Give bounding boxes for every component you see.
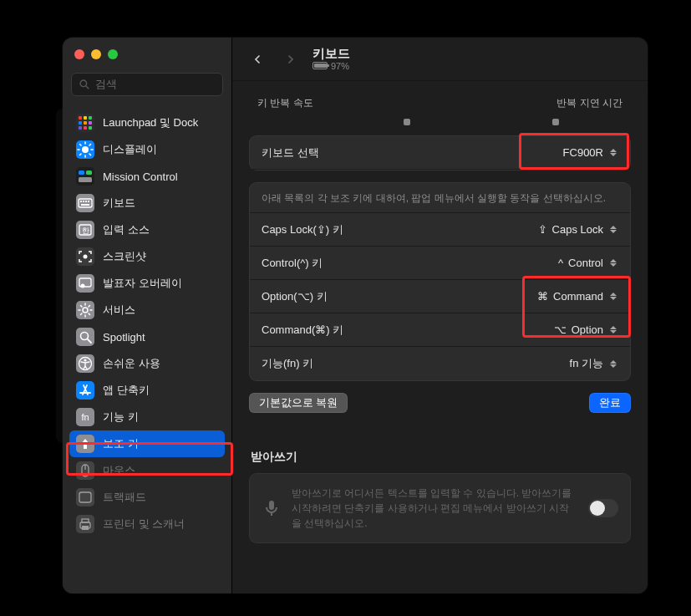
minimize-button[interactable]: [91, 49, 101, 59]
svg-rect-29: [83, 201, 84, 202]
battery-percent: 97%: [331, 61, 349, 71]
svg-rect-23: [79, 171, 84, 175]
close-button[interactable]: [74, 49, 84, 59]
sidebar-item-presenter[interactable]: 발표자 오버레이: [69, 270, 225, 297]
sidebar-item-label: Mission Control: [103, 171, 178, 183]
sidebar-item-label: Launchpad 및 Dock: [103, 115, 198, 130]
sidebar-item-spotlight[interactable]: Spotlight: [69, 323, 225, 350]
svg-rect-25: [79, 177, 92, 182]
modifier-row-popup[interactable]: ^ Control: [558, 257, 618, 269]
delay-slider-knob[interactable]: [552, 119, 559, 125]
svg-rect-8: [89, 121, 92, 125]
svg-rect-6: [79, 121, 82, 125]
modifier-row: 기능(fn) 키 fn 기능: [250, 347, 630, 380]
trackpad-icon: [76, 488, 94, 507]
up-icon: [76, 435, 94, 453]
svg-line-19: [89, 154, 91, 155]
keyboard-select-panel: 키보드 선택 FC900R: [249, 135, 631, 171]
modifier-row: Option(⌥) 키⌘ Command: [250, 280, 630, 313]
sidebar-item-accessibility[interactable]: 손쉬운 사용: [69, 350, 225, 377]
svg-line-18: [80, 145, 82, 146]
key-repeat-label: 키 반복 속도: [257, 96, 313, 110]
key-repeat-slider-knob[interactable]: [404, 119, 410, 125]
dictation-toggle[interactable]: [588, 499, 618, 517]
gear-icon: [76, 301, 94, 319]
restore-defaults-button[interactable]: 기본값으로 복원: [249, 393, 348, 413]
chevron-up-down-icon: [608, 291, 618, 303]
sidebar-item-shortcuts[interactable]: 앱 단축키: [69, 377, 225, 404]
svg-rect-4: [84, 116, 87, 120]
modifier-hint: 아래 목록의 각 보조 키에 대하여, 팝업 메뉴에서 실행할 동작을 선택하십…: [250, 183, 630, 213]
back-button[interactable]: [246, 48, 269, 71]
search-input[interactable]: 검색: [71, 73, 223, 96]
sidebar-item-label: 디스플레이: [103, 142, 157, 157]
sidebar-item-label: 발표자 오버레이: [103, 276, 182, 291]
svg-rect-31: [88, 201, 89, 202]
modifier-row-label: 기능(fn) 키: [262, 356, 313, 371]
svg-point-37: [84, 255, 88, 259]
sliders-row: [249, 117, 631, 129]
svg-rect-24: [86, 171, 92, 175]
svg-rect-11: [89, 126, 92, 130]
sidebar-item-label: 손쉬운 사용: [103, 356, 160, 371]
sidebar-item-trackpad[interactable]: 트랙패드: [69, 484, 225, 511]
modifier-value-prefix: ⌥: [554, 323, 567, 336]
accessibility-icon: [76, 354, 94, 373]
sidebar-item-label: 키보드: [103, 196, 135, 211]
presenter-icon: [76, 274, 94, 293]
keyboard-select-popup[interactable]: FC900R: [563, 146, 618, 159]
modifier-value-prefix: ⌘: [537, 290, 548, 303]
search-icon: [76, 328, 94, 346]
dictation-panel: 받아쓰기로 어디서든 텍스트를 입력할 수 있습니다. 받아쓰기를 시작하려면 …: [249, 473, 631, 543]
modifier-row: Command(⌘) 키⌥ Option: [250, 313, 630, 347]
svg-line-20: [89, 145, 91, 146]
sidebar-item-screenshot[interactable]: 스크린샷: [69, 243, 225, 270]
modifier-row-popup[interactable]: ⌥ Option: [554, 323, 618, 336]
modifier-value: Caps Lock: [552, 223, 603, 236]
modifier-row-popup[interactable]: fn 기능: [565, 356, 618, 371]
sidebar-item-keyboard[interactable]: 키보드: [69, 190, 225, 216]
modifier-row-popup[interactable]: ⇪ Caps Lock: [538, 223, 618, 236]
modifier-value: fn 기능: [570, 356, 603, 371]
sidebar-item-label: 앱 단축키: [103, 383, 150, 398]
svg-line-21: [80, 154, 82, 155]
svg-rect-10: [84, 126, 87, 130]
sidebar-item-label: 보조 키: [103, 436, 139, 451]
svg-point-0: [80, 80, 87, 87]
keyboard-select-value: FC900R: [563, 146, 603, 159]
modifier-value: Control: [568, 257, 603, 269]
svg-rect-64: [76, 461, 94, 480]
sidebar-list: Launchpad 및 Dock디스플레이Mission Control키보드한…: [63, 103, 231, 593]
sidebar-item-mission[interactable]: Mission Control: [69, 163, 225, 190]
sidebar-item-label: Spotlight: [103, 331, 145, 344]
sidebar-item-label: 마우스: [103, 463, 135, 478]
svg-point-56: [84, 359, 86, 361]
sidebar-item-modifier[interactable]: 보조 키: [69, 430, 225, 457]
svg-rect-22: [76, 167, 94, 186]
sidebar-item-mouse[interactable]: 마우스: [69, 457, 225, 484]
svg-rect-32: [81, 204, 89, 206]
sidebar-item-label: 프린터 및 스캐너: [103, 517, 185, 532]
restore-label: 기본값으로 복원: [259, 396, 338, 410]
sidebar-item-launchpad[interactable]: Launchpad 및 Dock: [69, 109, 225, 136]
delay-label: 반복 지연 시간: [556, 96, 622, 110]
sidebar-item-display[interactable]: 디스플레이: [69, 136, 225, 163]
svg-rect-51: [76, 328, 94, 346]
svg-line-49: [89, 306, 90, 308]
sun-icon: [76, 140, 94, 159]
sidebar-item-services[interactable]: 서비스: [69, 297, 225, 323]
forward-button[interactable]: [279, 48, 302, 71]
modifier-row-popup[interactable]: ⌘ Command: [537, 290, 618, 303]
main-content: 키보드 97% 키 반복 속도 반복 지연 시간 키보드 선택: [232, 38, 648, 593]
modifier-row-label: Control(^) 키: [262, 256, 323, 271]
sidebar-item-functionkeys[interactable]: fn기능 키: [69, 404, 225, 430]
sidebar-item-printers[interactable]: 프린터 및 스캐너: [69, 511, 225, 537]
search-placeholder: 검색: [95, 77, 117, 92]
battery-status: 97%: [312, 61, 350, 71]
chevron-up-down-icon: [608, 324, 618, 336]
sidebar-item-label: 서비스: [103, 303, 135, 318]
zoom-button[interactable]: [108, 49, 118, 59]
sidebar-item-input[interactable]: 한입력 소스: [69, 216, 225, 243]
microphone-icon: [262, 498, 282, 518]
done-button[interactable]: 완료: [589, 393, 631, 413]
